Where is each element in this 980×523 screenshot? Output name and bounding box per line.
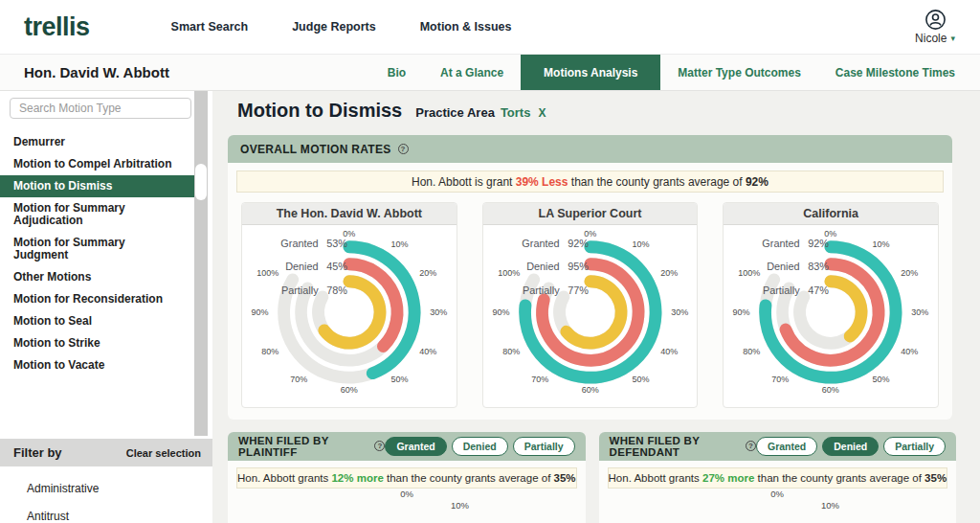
radial-gauge-svg: 0%10%20%30%40%50%60%70%80%90%100% [664,485,890,523]
overall-panel-header: OVERALL MOTION RATES ? [228,135,952,163]
sidebar-item-motion-for-summary-adjudication[interactable]: Motion for Summary Adjudication [0,197,194,232]
tick-label: 30% [430,307,447,317]
sidebar-item-motion-to-seal[interactable]: Motion to Seal [0,310,194,332]
sidebar-scrollbar-track[interactable] [194,91,208,436]
defendant-panel-body: Hon. Abbott grants 27% more than the cou… [599,461,957,523]
judge-tabs: Bio At a Glance Motions Analysis Matter … [370,55,972,90]
tick-label: 50% [390,375,408,384]
tab-matter-type-outcomes[interactable]: Matter Type Outcomes [660,55,817,90]
practice-area-label: Practice Area [415,105,495,120]
primary-nav: Smart Search Judge Reports Motion & Issu… [171,20,512,34]
sidebar-item-motion-to-dismiss[interactable]: Motion to Dismiss [0,175,194,197]
sidebar-item-motion-for-summary-judgment[interactable]: Motion for Summary Judgment [0,232,194,266]
legend-label: Partially [523,284,560,296]
pill-partially[interactable]: Partially [883,437,946,456]
tab-motions-analysis[interactable]: Motions Analysis [521,55,660,90]
nav-judge-reports[interactable]: Judge Reports [292,20,376,34]
pill-partially[interactable]: Partially [513,437,575,456]
pill-denied[interactable]: Denied [452,437,508,456]
sidebar-item-other-motions[interactable]: Other Motions [0,266,194,288]
filter-item-antitrust[interactable]: Antitrust [27,510,212,523]
user-menu[interactable]: Nicole ▾ [915,9,955,45]
banner-text: Hon. Abbott grants [609,472,702,484]
tick-label: 20% [419,268,436,278]
filter-item-list: Administrative Antitrust [0,466,212,523]
tick-label: 10% [632,239,649,249]
trellis-logo[interactable]: trellis [24,12,90,42]
legend-label: Granted [280,238,318,249]
sidebar-item-motion-to-strike[interactable]: Motion to Strike [0,332,194,354]
tick-label: 60% [822,385,839,395]
tick-label: 30% [671,307,688,317]
tick-label: 0% [584,229,596,239]
tick-label: 0% [825,229,837,239]
sidebar-item-motion-to-vacate[interactable]: Motion to Vacate [0,354,194,376]
tick-label: 10% [821,499,840,510]
radial-chart-la-superior-court: Granted92%Denied95%Partially77%0%10%20%3… [483,225,698,407]
tick-label: 10% [873,239,890,249]
radial-chart-defendant: 0%10%20%30%40%50%60%70%80%90%100% [608,485,948,523]
filed-panels-row: WHEN FILED BY PLAINTIFF ? Granted Denied… [228,432,952,523]
tick-label: 70% [531,375,548,384]
info-icon[interactable]: ? [398,144,409,154]
banner-highlight: 12% more [331,472,383,484]
tick-label: 100% [498,268,520,278]
legend-value: 47% [809,284,830,296]
overall-motion-rates-panel: OVERALL MOTION RATES ? Hon. Abbott is gr… [228,135,952,420]
pill-granted[interactable]: Granted [385,437,446,456]
page-title-row: Motion to Dismiss Practice Area Torts X [228,91,952,129]
banner-text: than the county grants average of [384,472,554,484]
sidebar-item-motion-to-compel-arbitration[interactable]: Motion to Compel Arbitration [0,153,194,175]
when-filed-by-plaintiff-panel: WHEN FILED BY PLAINTIFF ? Granted Denied… [228,432,586,523]
legend-label: Partially [281,284,319,296]
banner-text: than the county grants average of [568,175,745,189]
when-filed-by-defendant-panel: WHEN FILED BY DEFENDANT ? Granted Denied… [599,432,957,523]
tick-label: 100% [256,268,278,278]
judge-header-bar: Hon. David W. Abbott Bio At a Glance Mot… [0,55,980,91]
tab-at-a-glance[interactable]: At a Glance [423,55,521,90]
info-icon[interactable]: ? [746,441,756,451]
tick-label: 80% [261,347,278,356]
clear-selection-button[interactable]: Clear selection [126,447,201,459]
search-motion-type-input[interactable] [10,98,191,119]
gauge-arc-partially [831,282,861,336]
legend-value: 92% [809,238,830,249]
filter-by-bar: Filter by Clear selection [0,439,212,466]
page-title: Motion to Dismiss [237,100,402,122]
pill-denied[interactable]: Denied [822,437,879,456]
sidebar-item-demurrer[interactable]: Demurrer [0,131,194,153]
practice-area-value[interactable]: Torts [501,105,531,120]
nav-smart-search[interactable]: Smart Search [171,20,249,34]
plaintiff-panel-title: WHEN FILED BY PLAINTIFF [238,435,368,458]
legend-value: 95% [568,261,589,272]
main-content: Motion to Dismiss Practice Area Torts X … [212,91,980,523]
tick-label: 90% [492,307,509,317]
radial-chart-plaintiff: 0%10%20%30%40%50%60%70%80%90%100% [236,485,577,523]
info-icon[interactable]: ? [374,441,385,451]
tab-case-milestone-times[interactable]: Case Milestone Times [818,55,972,90]
legend-value: 78% [326,284,347,296]
legend-label: Partially [763,284,800,296]
sidebar-scrollbar-thumb[interactable] [195,164,207,200]
chart-card-title: LA Superior Court [483,203,698,225]
filter-item-administrative[interactable]: Administrative [27,482,212,495]
legend-label: Denied [767,261,799,272]
pill-granted[interactable]: Granted [756,437,817,456]
tick-label: 70% [290,375,307,384]
motion-type-list: Demurrer Motion to Compel Arbitration Mo… [0,131,194,376]
nav-motion-issues[interactable]: Motion & Issues [420,20,512,34]
tick-label: 10% [451,499,470,510]
tick-label: 100% [739,268,761,278]
tick-label: 0% [343,229,355,239]
legend-value: 92% [568,238,589,249]
radial-gauge-svg: Granted92%Denied83%Partially47%0%10%20%3… [724,225,938,407]
overall-charts-row: The Hon. David W. Abbott Granted53%Denie… [236,202,944,408]
close-icon[interactable]: X [538,106,546,120]
tick-label: 60% [341,385,358,395]
sidebar-item-motion-for-reconsideration[interactable]: Motion for Reconsideration [0,288,194,310]
tick-label: 90% [251,307,268,317]
motion-type-sidebar: Demurrer Motion to Compel Arbitration Mo… [0,91,212,523]
radial-gauge-svg: Granted53%Denied45%Partially78%0%10%20%3… [242,225,457,407]
tab-bio[interactable]: Bio [370,55,423,90]
legend-label: Denied [526,261,559,272]
